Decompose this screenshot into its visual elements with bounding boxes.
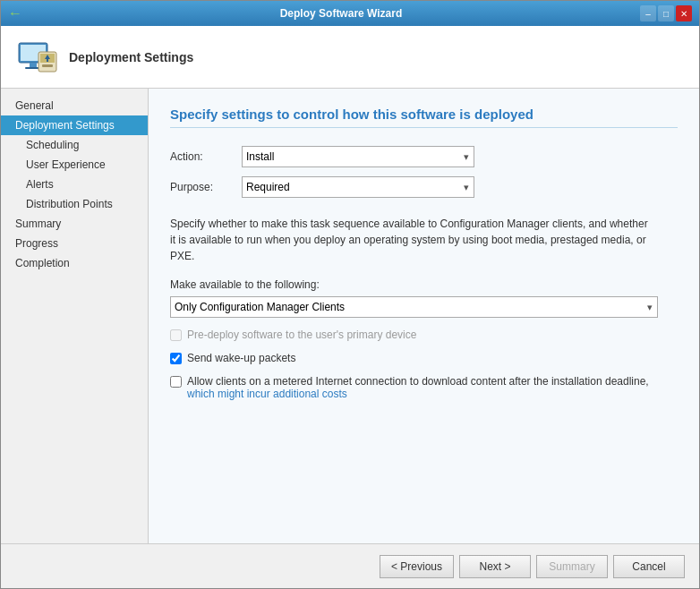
- make-available-label: Make available to the following:: [170, 278, 678, 291]
- close-button[interactable]: ✕: [676, 5, 692, 21]
- title-bar-left: ←: [8, 5, 44, 21]
- summary-button[interactable]: Summary: [536, 555, 608, 578]
- sidebar-item-completion[interactable]: Completion: [1, 253, 148, 273]
- make-available-select-wrapper: Only Configuration Manager Clients Confi…: [170, 296, 678, 318]
- pre-deploy-row: Pre-deploy software to the user's primar…: [170, 329, 678, 341]
- svg-rect-2: [30, 63, 37, 67]
- send-wakeup-row: Send wake-up packets: [170, 352, 678, 364]
- send-wakeup-label: Send wake-up packets: [187, 352, 295, 364]
- content-area: General Deployment Settings Scheduling U…: [1, 89, 699, 543]
- sidebar-item-general[interactable]: General: [1, 96, 148, 115]
- description-text: Specify whether to make this task sequen…: [170, 216, 653, 264]
- title-bar-controls: – □ ✕: [638, 5, 692, 21]
- main-content: Specify settings to control how this sof…: [149, 89, 699, 543]
- window: ← Deploy Software Wizard – □ ✕: [0, 0, 700, 589]
- svg-rect-6: [42, 64, 53, 67]
- deployment-icon: [15, 36, 58, 79]
- sidebar-item-alerts[interactable]: Alerts: [1, 175, 148, 194]
- purpose-label: Purpose:: [170, 181, 242, 193]
- header-title: Deployment Settings: [69, 50, 193, 64]
- allow-metered-label: Allow clients on a metered Internet conn…: [187, 375, 678, 400]
- minimize-button[interactable]: –: [640, 5, 656, 21]
- allow-metered-checkbox[interactable]: [170, 376, 182, 388]
- action-label: Action:: [170, 150, 242, 163]
- purpose-select-wrapper: Required Available: [242, 176, 474, 198]
- sidebar-item-distribution-points[interactable]: Distribution Points: [1, 194, 148, 214]
- allow-metered-row: Allow clients on a metered Internet conn…: [170, 375, 678, 400]
- section-title: Specify settings to control how this sof…: [170, 107, 678, 128]
- action-select[interactable]: Install Uninstall: [242, 146, 474, 167]
- action-select-wrapper: Install Uninstall: [242, 146, 474, 167]
- maximize-button[interactable]: □: [658, 5, 674, 21]
- purpose-row: Purpose: Required Available: [170, 176, 678, 198]
- purpose-select[interactable]: Required Available: [242, 176, 474, 198]
- sidebar-item-progress[interactable]: Progress: [1, 234, 148, 253]
- sidebar-item-scheduling[interactable]: Scheduling: [1, 135, 148, 155]
- action-row: Action: Install Uninstall: [170, 146, 678, 167]
- previous-button[interactable]: < Previous: [380, 555, 454, 578]
- next-button[interactable]: Next >: [459, 555, 531, 578]
- pre-deploy-checkbox[interactable]: [170, 329, 182, 341]
- make-available-wrapper: Only Configuration Manager Clients Confi…: [170, 296, 658, 318]
- header-bar: Deployment Settings: [1, 26, 699, 89]
- footer: < Previous Next > Summary Cancel: [1, 543, 699, 588]
- cancel-button[interactable]: Cancel: [613, 555, 685, 578]
- pre-deploy-label: Pre-deploy software to the user's primar…: [187, 329, 416, 341]
- window-title: Deploy Software Wizard: [44, 7, 638, 20]
- make-available-select[interactable]: Only Configuration Manager Clients Confi…: [170, 296, 658, 318]
- send-wakeup-checkbox[interactable]: [170, 353, 182, 364]
- sidebar-item-user-experience[interactable]: User Experience: [1, 155, 148, 175]
- title-bar: ← Deploy Software Wizard – □ ✕: [1, 1, 699, 26]
- allow-metered-link[interactable]: which might incur additional costs: [187, 388, 347, 400]
- sidebar-item-deployment-settings[interactable]: Deployment Settings: [1, 115, 148, 135]
- sidebar-item-summary[interactable]: Summary: [1, 214, 148, 234]
- back-arrow-icon: ←: [8, 5, 22, 21]
- sidebar: General Deployment Settings Scheduling U…: [1, 89, 149, 543]
